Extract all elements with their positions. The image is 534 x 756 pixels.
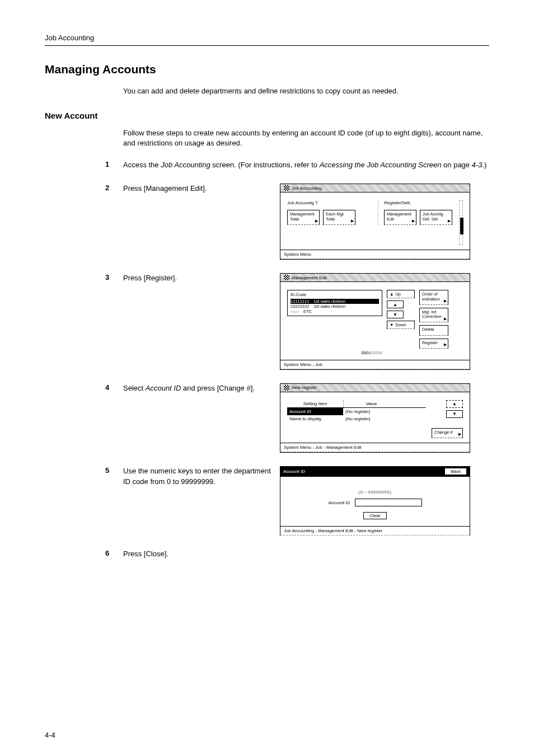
screen-titlebar: Management Edit: [280, 274, 470, 282]
intro-text: You can add and delete departments and d…: [123, 86, 489, 96]
checker-icon: [284, 385, 289, 391]
step-number: 3: [105, 273, 123, 281]
checker-icon: [284, 185, 289, 191]
column-header: Setting Item: [287, 400, 343, 407]
table-row[interactable]: Name to display (No register): [287, 415, 426, 422]
account-id-input[interactable]: [355, 499, 422, 506]
checker-icon: [284, 275, 289, 280]
down-arrow-icon: ▼: [452, 411, 457, 416]
screen-new-register: New register Setting Item Value Account …: [280, 383, 470, 453]
step-1: 1 Access the Job Accounting screen. (For…: [105, 160, 489, 171]
screen-titlebar: Account ID Back: [280, 466, 470, 477]
account-id-label: Account ID: [328, 500, 350, 505]
up-button[interactable]: ▲Up: [387, 290, 415, 298]
screen-management-edit: Management Edit ID-Code 111111111st sale…: [280, 273, 470, 370]
order-of-indication-button[interactable]: Order of indication▶: [419, 290, 448, 305]
screen-title: Management Edit: [292, 275, 327, 280]
step-2: 2 Press [Management Edit]. Job Accountin…: [105, 184, 489, 260]
list-row[interactable]: 222222222st sales division: [291, 304, 379, 309]
back-button[interactable]: Back: [444, 468, 467, 475]
step-5-text: Use the numeric keys to enter the depart…: [123, 466, 280, 487]
step-number: 5: [105, 466, 123, 475]
screen-footer: System Menu: [280, 250, 470, 259]
counter: 0001/0008: [287, 350, 382, 355]
screen-footer: System Menu - Job - Management Edit: [280, 443, 470, 452]
change-number-button[interactable]: Change #▶: [432, 428, 463, 438]
page-header: Job Accounting: [45, 34, 489, 46]
up-arrow-icon: ▲: [393, 302, 397, 307]
step-number: 6: [105, 549, 123, 557]
step-2-text: Press [Management Edit].: [123, 184, 280, 194]
step-3: 3 Press [Register]. Management Edit ID-C…: [105, 273, 489, 370]
step-6: 6 Press [Close].: [105, 549, 489, 560]
main-title: Managing Accounts: [45, 63, 489, 76]
clear-button[interactable]: Clear: [363, 512, 386, 519]
up-arrow-icon: ▲: [452, 401, 457, 406]
register-button[interactable]: Register▶: [419, 339, 448, 349]
step-6-text: Press [Close].: [123, 549, 489, 560]
step-4-text: Select Account ID and press [Change #].: [123, 383, 280, 394]
step-1-text: Access the Job Accounting screen. (For i…: [123, 160, 489, 171]
up-arrow-icon: ▲: [390, 292, 394, 297]
list-header: ID-Code: [291, 292, 379, 297]
step-number: 2: [105, 184, 123, 192]
step-number: 1: [105, 160, 123, 168]
screen-title: New register: [292, 385, 317, 390]
scroll-down-button[interactable]: ▼: [446, 410, 463, 418]
section-label: Register/Sett.: [384, 200, 452, 205]
screen-titlebar: New register: [280, 384, 470, 392]
delete-button[interactable]: Delete: [419, 325, 448, 335]
down-button[interactable]: ▼Down: [387, 321, 415, 329]
screen-account-id: Account ID Back (0～99999999) Account ID …: [280, 466, 470, 536]
range-text: (0～99999999): [286, 489, 464, 495]
list-row[interactable]: 111111111st sales division: [291, 299, 379, 304]
section-label: Job Accountg T: [287, 200, 355, 205]
step-5: 5 Use the numeric keys to enter the depa…: [105, 466, 489, 536]
each-mgt-total-button[interactable]: Each Mgt. Total▶: [323, 210, 355, 225]
step-number: 4: [105, 383, 123, 392]
screen-titlebar: Job Accounting: [280, 184, 470, 192]
table-row[interactable]: Account ID (No register): [287, 408, 426, 415]
management-total-button[interactable]: Management Total▶: [287, 210, 320, 225]
id-code-list[interactable]: ID-Code 111111111st sales division 22222…: [287, 290, 382, 316]
screen-footer: Job Accounting - Management Edit - New r…: [280, 526, 470, 536]
step-4: 4 Select Account ID and press [Change #]…: [105, 383, 489, 453]
screen-footer: System Menu - Job: [280, 360, 470, 369]
sub-intro: Follow these steps to create new account…: [123, 128, 489, 148]
page-number: 4-4: [45, 731, 55, 739]
mgt-inf-correction-button[interactable]: Mgt. Inf. Correction▶: [419, 308, 448, 323]
scroll-up-button[interactable]: ▲: [387, 300, 404, 308]
column-header: Value: [343, 400, 399, 407]
screen-title: Job Accounting: [292, 186, 322, 191]
screen-job-accounting: Job Accounting Job Accountg T Management…: [280, 184, 470, 260]
screen-title: Account ID: [283, 469, 305, 474]
scroll-down-button[interactable]: ▼: [387, 311, 404, 318]
job-accntg-def-set-button[interactable]: Job Accntg Def. Set.▶: [420, 210, 452, 225]
scroll-up-button[interactable]: ▲: [446, 400, 463, 408]
list-row[interactable]: ------ETC: [291, 309, 379, 314]
down-arrow-icon: ▼: [393, 312, 397, 317]
down-arrow-icon: ▼: [390, 322, 394, 327]
sub-title: New Account: [45, 111, 489, 120]
scroll-bar[interactable]: [459, 200, 463, 245]
step-3-text: Press [Register].: [123, 273, 280, 284]
management-edit-button[interactable]: Management Edit▶: [384, 210, 416, 225]
